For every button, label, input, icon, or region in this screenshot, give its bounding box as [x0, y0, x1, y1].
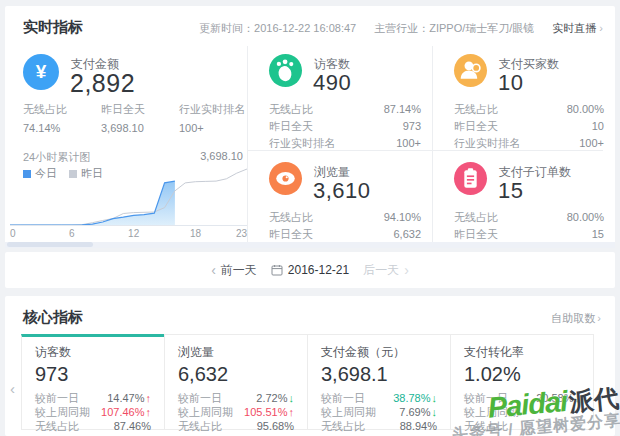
arrow-down-icon: ↓ [432, 406, 438, 418]
payment-card-value: 2,892 [70, 69, 135, 98]
live-broadcast-link[interactable]: 实时直播› [552, 21, 603, 36]
x-tick-label: 6 [69, 228, 75, 239]
next-day-button[interactable]: 后一天› [363, 262, 409, 279]
date-picker[interactable]: 2016-12-21 [271, 263, 349, 277]
core-panel: 核心指标 自助取数› ‹ › 访客数 973 较前一日14.47%↑ 较上周同期… [5, 296, 615, 436]
x-tick-label: 12 [128, 228, 139, 239]
core-title: 核心指标 [23, 308, 83, 327]
arrow-down-icon: ↓ [432, 392, 438, 404]
divider [432, 46, 433, 244]
chart-x-ticks: 06121823 [10, 228, 247, 240]
realtime-header-meta: 更新时间：2016-12-22 16:08:47 主营行业：ZIPPO/瑞士军刀… [199, 21, 603, 36]
calendar-icon [271, 264, 283, 276]
chart-legend: 今日 昨日 [23, 166, 103, 181]
eye-icon [269, 162, 302, 195]
chevron-left-icon: ‹ [211, 262, 216, 278]
x-tick-label: 23 [236, 228, 247, 239]
order-icon [454, 162, 487, 195]
pageviews-card-stats: 无线占比94.10% 昨日全天6,632 [269, 211, 421, 241]
carousel-right-icon[interactable]: › [607, 380, 612, 397]
realtime-panel: 实时指标 更新时间：2016-12-22 16:08:47 主营行业：ZIPPO… [5, 6, 615, 248]
divider [247, 150, 603, 151]
payment-card-stats: 无线占比 74.14% 昨日全天 3,698.10 行业实时排名 100+ [23, 102, 257, 134]
core-cards: 访客数 973 较前一日14.47%↑ 较上周同期107.46%↑ 无线占比87… [22, 334, 594, 430]
scrollbar-track[interactable] [5, 242, 615, 248]
chevron-right-icon: › [599, 22, 603, 34]
core-tab-payment[interactable]: 支付金额（元） 3,698.1 较前一日38.78%↓ 较上周同期7.69%↓ … [307, 334, 451, 430]
footprint-icon [269, 54, 302, 87]
core-tab-visitors[interactable]: 访客数 973 较前一日14.47%↑ 较上周同期107.46%↑ 无线占比87… [21, 334, 165, 430]
buyers-card-stats: 无线占比80.00% 昨日全天10 行业实时排名100+ [454, 103, 604, 150]
date-nav-panel: ‹前一天 2016-12-21 后一天› [5, 252, 615, 288]
core-tab-conversion[interactable]: 支付转化率 1.02% 较前一日20.58%↓ 较上周同期 无线占比 [450, 334, 594, 430]
x-tick-label: 0 [10, 228, 16, 239]
arrow-up-icon: ↑ [146, 392, 152, 404]
visitors-card-value: 490 [313, 70, 351, 96]
carousel-left-icon[interactable]: ‹ [10, 380, 15, 397]
chevron-right-icon: › [597, 312, 601, 324]
divider [247, 46, 248, 244]
x-tick-label: 18 [190, 228, 201, 239]
arrow-up-icon: ↑ [289, 406, 295, 418]
stat-col: 行业实时排名 100+ [179, 102, 257, 134]
self-service-data-link[interactable]: 自助取数› [551, 311, 601, 326]
yuan-icon: ¥ [23, 54, 59, 90]
arrow-up-icon: ↑ [146, 406, 152, 418]
core-tab-pageviews[interactable]: 浏览量 6,632 较前一日2.72%↓ 较上周同期105.51%↑ 无线占比9… [164, 334, 308, 430]
stat-col: 无线占比 74.14% [23, 102, 85, 134]
realtime-title: 实时指标 [23, 18, 83, 37]
chart-peak-value: 3,698.10 [200, 150, 243, 162]
legend-today: 今日 [23, 166, 57, 181]
arrow-down-icon: ↓ [575, 392, 581, 404]
legend-swatch-today [23, 170, 31, 178]
buyer-icon [454, 54, 487, 87]
arrow-down-icon: ↓ [289, 392, 295, 404]
industry-label: 主营行业：ZIPPO/瑞士军刀/眼镜 [374, 21, 534, 36]
scrollbar-thumb[interactable] [7, 242, 93, 247]
suborders-card-value: 15 [498, 178, 523, 204]
legend-swatch-yesterday [69, 170, 77, 178]
dashboard: 实时指标 更新时间：2016-12-22 16:08:47 主营行业：ZIPPO… [0, 0, 620, 436]
legend-yesterday: 昨日 [69, 166, 103, 181]
suborders-card-stats: 无线占比80.00% 昨日全天15 [454, 211, 604, 241]
visitors-card-stats: 无线占比87.14% 昨日全天973 行业实时排名100+ [269, 103, 421, 150]
prev-day-button[interactable]: ‹前一天 [211, 262, 257, 279]
stat-col: 昨日全天 3,698.10 [101, 102, 163, 134]
pageviews-card-value: 3,610 [313, 178, 371, 204]
buyers-card-value: 10 [498, 70, 523, 96]
update-time: 更新时间：2016-12-22 16:08:47 [199, 21, 356, 36]
chevron-right-icon: › [404, 262, 409, 278]
